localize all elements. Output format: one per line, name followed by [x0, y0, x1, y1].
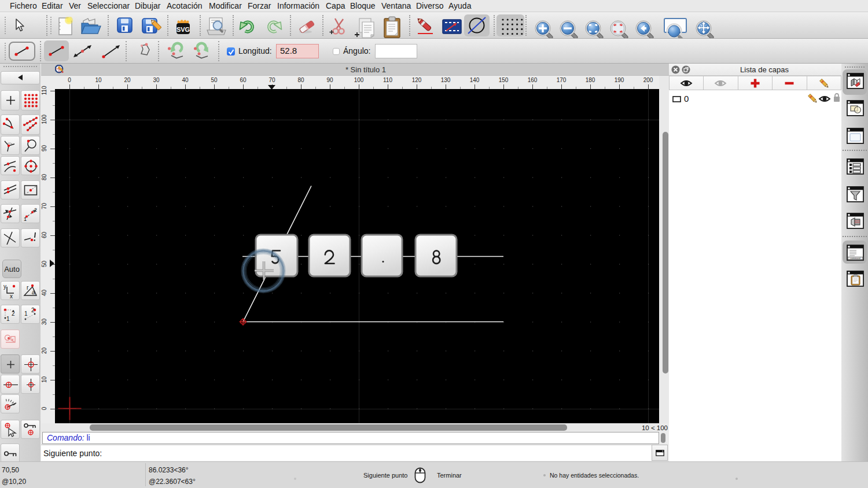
svg-text:1: 1 — [24, 216, 27, 222]
svg-text:x: x — [10, 293, 13, 300]
svg-text:a: a — [32, 289, 35, 295]
svg-text:1: 1 — [24, 310, 28, 317]
svg-text:SVG: SVG — [176, 26, 190, 33]
svg-text:2: 2 — [31, 307, 35, 313]
svg-text:2: 2 — [12, 310, 15, 317]
svg-text:r: r — [27, 284, 29, 291]
svg-text:2: 2 — [34, 207, 37, 213]
svg-text:y: y — [3, 283, 6, 290]
svg-text:1: 1 — [6, 316, 10, 322]
svg-text:command: command — [850, 257, 860, 260]
